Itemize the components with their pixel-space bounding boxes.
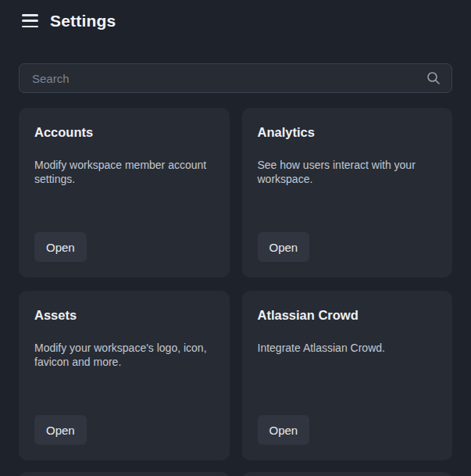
card-title: Analytics (258, 125, 437, 140)
open-analytics-button[interactable]: Open (258, 232, 310, 262)
card-title: Accounts (34, 125, 214, 140)
card-atlassian-crowd: Atlassian Crowd Integrate Atlassian Crow… (242, 291, 453, 460)
open-assets-button[interactable]: Open (34, 415, 87, 445)
search-input[interactable] (19, 63, 452, 93)
card-title: Atlassian Crowd (258, 308, 437, 323)
card-assets: Assets Modify your workspace's logo, ico… (19, 291, 230, 460)
hamburger-menu-icon[interactable] (22, 14, 38, 27)
card-description: See how users interact with your workspa… (258, 159, 437, 186)
card-analytics: Analytics See how users interact with yo… (242, 108, 453, 277)
card-accounts: Accounts Modify workspace member account… (19, 108, 230, 277)
page-title: Settings (50, 12, 116, 30)
header: Settings (22, 11, 452, 30)
card-description: Integrate Atlassian Crowd. (258, 342, 437, 356)
open-accounts-button[interactable]: Open (34, 232, 87, 262)
settings-card-grid: Accounts Modify workspace member account… (19, 108, 452, 460)
open-atlassian-crowd-button[interactable]: Open (258, 415, 310, 445)
partial-card (19, 472, 230, 476)
partial-card-row (19, 472, 452, 476)
card-description: Modify your workspace's logo, icon, favi… (34, 342, 214, 369)
card-description: Modify workspace member account settings… (34, 159, 214, 186)
partial-card (242, 472, 453, 476)
card-title: Assets (34, 308, 214, 323)
search-bar (19, 63, 452, 93)
